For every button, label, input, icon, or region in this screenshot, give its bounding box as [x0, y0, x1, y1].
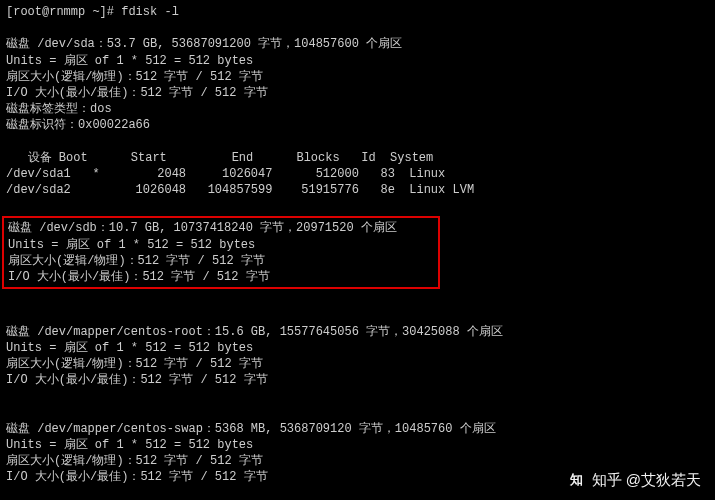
blank-line	[6, 134, 709, 150]
disk-block-sda: 磁盘 /dev/sda：53.7 GB, 53687091200 字节，1048…	[6, 36, 709, 133]
disk-sector-size: 扇区大小(逻辑/物理)：512 字节 / 512 字节	[6, 356, 709, 372]
disk-io-size: I/O 大小(最小/最佳)：512 字节 / 512 字节	[6, 372, 709, 388]
disk-header: 磁盘 /dev/mapper/centos-swap：5368 MB, 5368…	[6, 421, 709, 437]
disk-sector-size: 扇区大小(逻辑/物理)：512 字节 / 512 字节	[6, 69, 709, 85]
partition-table-header: 设备 Boot Start End Blocks Id System	[6, 150, 709, 166]
partition-row-sda1: /dev/sda1 * 2048 1026047 512000 83 Linux	[6, 166, 709, 182]
watermark-text: 知乎 @艾狄若天	[592, 470, 701, 490]
disk-sector-size: 扇区大小(逻辑/物理)：512 字节 / 512 字节	[6, 453, 709, 469]
blank-line	[6, 388, 709, 404]
partition-table: 设备 Boot Start End Blocks Id System /dev/…	[6, 150, 709, 199]
partition-row-sda2: /dev/sda2 1026048 104857599 51915776 8e …	[6, 182, 709, 198]
blank-line	[6, 198, 709, 214]
disk-header: 磁盘 /dev/mapper/centos-root：15.6 GB, 1557…	[6, 324, 709, 340]
disk-units: Units = 扇区 of 1 * 512 = 512 bytes	[6, 53, 709, 69]
disk-header: 磁盘 /dev/sda：53.7 GB, 53687091200 字节，1048…	[6, 36, 709, 52]
disk-block-mapper-root: 磁盘 /dev/mapper/centos-root：15.6 GB, 1557…	[6, 324, 709, 389]
shell-prompt: [root@rnmmp ~]# fdisk -l	[6, 4, 709, 20]
disk-identifier: 磁盘标识符：0x00022a66	[6, 117, 709, 133]
disk-units: Units = 扇区 of 1 * 512 = 512 bytes	[6, 437, 709, 453]
disk-io-size: I/O 大小(最小/最佳)：512 字节 / 512 字节	[6, 85, 709, 101]
watermark: 知 知乎 @艾狄若天	[568, 470, 701, 490]
blank-line	[6, 405, 709, 421]
disk-label-type: 磁盘标签类型：dos	[6, 101, 709, 117]
blank-line	[6, 20, 709, 36]
blank-line	[6, 291, 709, 307]
disk-sector-size: 扇区大小(逻辑/物理)：512 字节 / 512 字节	[8, 253, 434, 269]
zhihu-logo-icon: 知	[568, 471, 586, 489]
disk-units: Units = 扇区 of 1 * 512 = 512 bytes	[6, 340, 709, 356]
highlighted-disk-sdb: 磁盘 /dev/sdb：10.7 GB, 10737418240 字节，2097…	[2, 216, 440, 289]
disk-units: Units = 扇区 of 1 * 512 = 512 bytes	[8, 237, 434, 253]
disk-header: 磁盘 /dev/sdb：10.7 GB, 10737418240 字节，2097…	[8, 220, 434, 236]
disk-io-size: I/O 大小(最小/最佳)：512 字节 / 512 字节	[8, 269, 434, 285]
blank-line	[6, 307, 709, 323]
